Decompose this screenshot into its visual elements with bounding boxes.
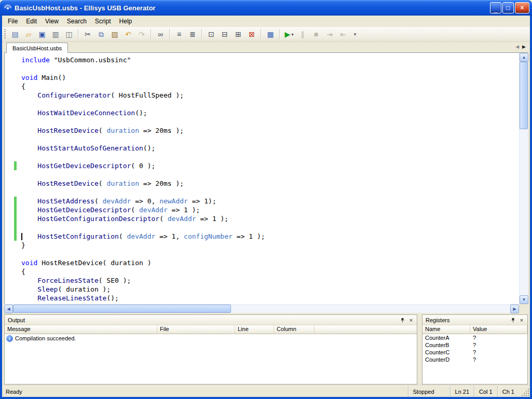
code-line: include "UsbCommon.usbsinc" (5, 56, 519, 64)
registers-panel-title: Registers (426, 317, 508, 323)
register-row[interactable]: CounterB? (422, 341, 527, 349)
new-file-button[interactable]: ▤ (9, 29, 21, 40)
scroll-down-icon[interactable]: ▼ (520, 295, 528, 304)
resize-grip[interactable] (521, 388, 529, 396)
code-line: void Main() (5, 73, 519, 82)
stop-button: ■ (310, 29, 322, 40)
copy-icon: ⧉ (99, 31, 104, 38)
vertical-scroll-track[interactable] (520, 62, 528, 295)
minimize-icon: _ (494, 7, 498, 13)
horizontal-scroll-track[interactable] (13, 305, 510, 313)
insert-breakpoint-button[interactable]: ⊟ (219, 29, 231, 40)
pause-button: ∥ (296, 29, 309, 40)
next-breakpoint-button[interactable]: ⊞ (232, 29, 244, 40)
tab-scroll-left-icon[interactable]: ◀ (515, 44, 519, 49)
register-value: ? (470, 349, 527, 355)
paste-button[interactable]: ▨ (108, 29, 121, 40)
register-name: CounterC (422, 349, 470, 355)
save-file-button[interactable]: ▣ (36, 29, 48, 40)
menu-search[interactable]: Search (63, 16, 91, 26)
clear-breakpoints-button[interactable]: ⊠ (245, 29, 258, 40)
watch-window-button[interactable]: ⊡ (205, 29, 217, 40)
register-row[interactable]: CounterC? (422, 349, 527, 356)
step-into-icon: ⇥ (326, 31, 333, 38)
scroll-up-icon[interactable]: ▲ (520, 53, 528, 62)
tab-scroll-right-icon[interactable]: ▶ (522, 44, 526, 49)
vertical-scroll-thumb[interactable] (520, 62, 528, 129)
close-icon[interactable]: × (517, 316, 526, 324)
output-column-message[interactable]: Message (5, 325, 157, 334)
compile-button[interactable]: ▦ (264, 29, 277, 40)
app-icon (3, 4, 12, 12)
toolbar-gripper[interactable] (4, 29, 6, 39)
output-message: Compilation succeeded. (15, 335, 76, 341)
cut-button[interactable]: ✂ (81, 29, 94, 40)
print-icon: ▥ (52, 31, 59, 38)
maximize-button[interactable]: □ (502, 2, 514, 13)
code-line: } (5, 241, 519, 250)
vertical-scrollbar[interactable]: ▲ ▼ (519, 53, 528, 304)
step-over-button: ⇤ (337, 29, 349, 40)
registers-column-name[interactable]: Name (422, 325, 470, 334)
code-text: HostWaitDeviceConnection(); (5, 108, 147, 117)
indent-button[interactable]: ≡ (173, 29, 185, 40)
code-text: Sleep( duration ); (5, 285, 111, 294)
code-line: { (5, 267, 519, 276)
code-line: HostResetDevice( duration => 20ms ); (5, 179, 519, 188)
pin-icon[interactable] (398, 316, 406, 324)
menu-file[interactable]: File (4, 16, 22, 26)
minimize-button[interactable]: _ (490, 2, 501, 13)
code-text: HostGetDeviceDescriptor( devAddr => 1 ); (5, 205, 200, 214)
output-column-column[interactable]: Column (274, 325, 315, 334)
registers-column-value[interactable]: Value (470, 325, 527, 334)
window-controls: _□× (490, 2, 529, 13)
print-preview-button[interactable]: ◫ (63, 29, 75, 40)
output-column-line[interactable]: Line (235, 325, 274, 334)
register-name: CounterB (422, 342, 470, 348)
pin-icon[interactable] (509, 316, 517, 324)
scroll-left-icon[interactable]: ◀ (4, 305, 13, 313)
registers-header: NameValue (422, 325, 527, 334)
menu-view[interactable]: View (41, 16, 63, 26)
register-row[interactable]: CounterA? (422, 334, 527, 341)
code-line: ConfigureGenerator( HostFullSpeed ); (5, 91, 519, 100)
code-text: HostStartAutoSofGeneration(); (5, 144, 155, 153)
code-text: ConfigureGenerator( HostFullSpeed ); (5, 91, 184, 100)
code-line: HostGetConfigurationDescriptor( devAddr … (5, 214, 519, 223)
close-icon[interactable]: × (407, 316, 415, 324)
code-text: HostGetDeviceDescriptor( 0 ); (5, 161, 155, 170)
print-button[interactable]: ▥ (49, 29, 62, 40)
outdent-button[interactable]: ≣ (186, 29, 199, 40)
toolbar-overflow-button[interactable]: ▾ (351, 32, 359, 37)
menu-script[interactable]: Script (91, 16, 115, 26)
scroll-right-icon[interactable]: ▶ (510, 305, 519, 313)
toolbar-separator (201, 29, 202, 39)
code-text: ReleaseLinesState(); (5, 294, 119, 302)
cut-icon: ✂ (85, 31, 91, 38)
horizontal-scroll-thumb[interactable] (13, 305, 231, 313)
horizontal-scrollbar[interactable]: ◀ ▶ (4, 304, 519, 313)
run-button[interactable]: ▶▾ (283, 29, 295, 40)
tab-basicusbhost[interactable]: BasicUsbHost.usbs (6, 43, 68, 53)
code-line: HostSetAddress( devAddr => 0, newAddr =>… (5, 197, 519, 205)
run-dropdown-icon[interactable]: ▾ (291, 32, 293, 37)
change-bar (14, 223, 17, 232)
open-file-button[interactable]: ▱ (22, 29, 35, 40)
code-line: ReleaseLinesState(); (5, 294, 519, 302)
redo-button: ↷ (135, 29, 148, 40)
undo-button[interactable]: ↶ (122, 29, 134, 40)
code-editor[interactable]: include "UsbCommon.usbsinc"void Main(){ … (4, 53, 519, 304)
close-button[interactable]: × (515, 2, 529, 13)
output-column-file[interactable]: File (157, 325, 235, 334)
dock-splitter[interactable] (417, 314, 422, 384)
menu-help[interactable]: Help (115, 16, 137, 26)
status-ready: Ready (2, 389, 408, 395)
tab-label: BasicUsbHost.usbs (12, 45, 62, 51)
copy-button[interactable]: ⧉ (95, 29, 107, 40)
register-row[interactable]: CounterD? (422, 356, 527, 363)
menu-edit[interactable]: Edit (22, 16, 41, 26)
next-breakpoint-icon: ⊞ (235, 31, 241, 38)
editor-zone: include "UsbCommon.usbsinc"void Main(){ … (4, 52, 528, 313)
output-row[interactable]: iCompilation succeeded. (5, 334, 417, 342)
find-button[interactable]: ∞ (154, 29, 167, 40)
